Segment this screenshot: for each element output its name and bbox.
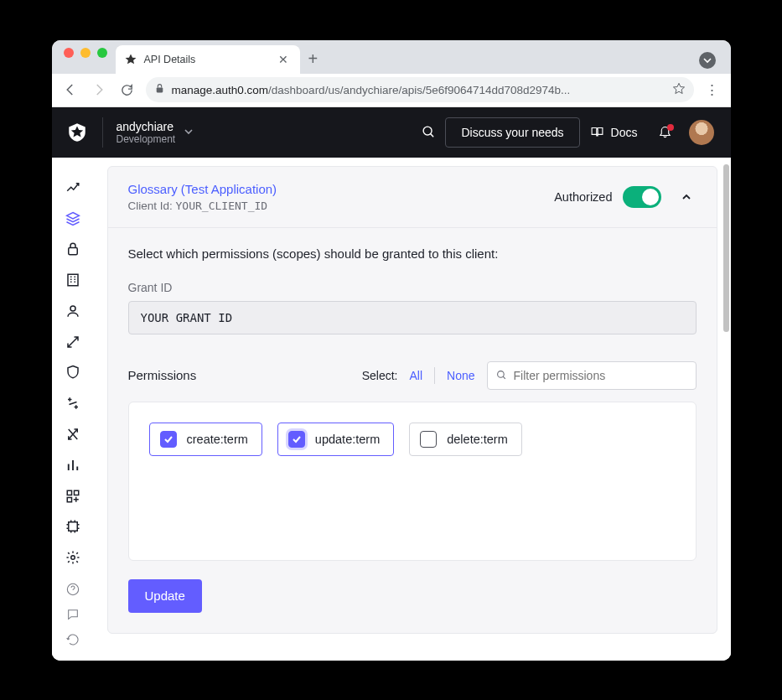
discuss-label: Discuss your needs [461,126,563,139]
app-body: Glossary (Test Application) Client Id: Y… [52,158,731,661]
sidebar-feedback[interactable] [52,603,94,626]
sidebar-activity[interactable] [52,174,94,202]
maximize-window-button[interactable] [97,48,107,58]
client-id-value: YOUR_CLIENT_ID [176,200,268,212]
sidebar [52,158,94,661]
permission-create-term[interactable]: create:term [149,423,262,456]
url-bar: manage.auth0.com/dashboard/us/andychiare… [52,74,731,107]
close-tab-button[interactable]: ✕ [275,51,292,68]
panel-body: Select which permissions (scopes) should… [108,228,717,633]
tabs-overflow-button[interactable] [699,52,716,69]
app-header: andychiare Development Discuss your need… [52,107,731,158]
application-link[interactable]: Glossary (Test Application) [128,182,277,196]
notifications-button[interactable] [648,124,682,141]
sidebar-pipeline[interactable] [52,421,94,449]
sidebar-settings[interactable] [52,544,94,572]
separator [434,367,435,384]
window-controls [59,48,116,66]
authorized-toggle[interactable] [623,186,661,208]
permission-label: create:term [187,433,248,446]
client-id-row: Client Id: YOUR_CLIENT_ID [128,200,277,212]
sidebar-users[interactable] [52,298,94,325]
svg-rect-3 [68,274,78,286]
tab-title: API Details [144,54,268,65]
sidebar-history[interactable] [52,628,94,651]
checkbox-icon[interactable] [160,431,177,448]
grant-id-label: Grant ID [128,281,697,294]
svg-rect-6 [74,490,78,495]
url-text: manage.auth0.com/dashboard/us/andychiare… [172,84,665,96]
svg-point-11 [497,371,504,378]
sidebar-auth[interactable] [52,236,94,263]
address-bar[interactable]: manage.auth0.com/dashboard/us/andychiare… [146,77,694,102]
book-icon [590,125,604,139]
tenant-env: Development [117,133,176,145]
search-icon [496,370,507,381]
docs-label: Docs [611,126,638,139]
chevron-down-icon [184,126,194,139]
sidebar-actions[interactable] [52,390,94,417]
checkbox-icon[interactable] [288,431,305,448]
svg-rect-2 [68,248,77,255]
bookmark-icon[interactable] [672,82,686,98]
sidebar-branding[interactable] [52,328,94,355]
sidebar-extensions[interactable] [52,513,94,541]
back-button[interactable] [60,80,80,100]
sidebar-security[interactable] [52,359,94,386]
permission-delete-term[interactable]: delete:term [409,423,522,456]
svg-point-9 [70,556,75,560]
permissions-row: Permissions Select: All None [128,361,697,390]
tab-bar: API Details ✕ + [52,40,731,74]
lead-text: Select which permissions (scopes) should… [128,246,697,261]
sidebar-monitoring[interactable] [52,451,94,479]
lock-icon [154,83,165,96]
sidebar-help[interactable] [52,578,94,601]
browser-tab[interactable]: API Details ✕ [116,45,300,74]
reload-button[interactable] [117,80,137,100]
tenant-name: andychiare [117,120,176,133]
svg-rect-8 [68,522,77,531]
svg-rect-5 [67,490,71,495]
new-tab-button[interactable]: + [300,49,327,74]
svg-point-1 [423,127,432,135]
minimize-window-button[interactable] [80,48,91,58]
client-id-label: Client Id: [128,200,173,212]
browser-menu-button[interactable]: ⋮ [702,81,722,99]
filter-permissions-input[interactable] [514,369,687,382]
svg-rect-7 [67,497,71,501]
select-all-link[interactable]: All [409,369,422,382]
browser-window: API Details ✕ + manage.auth0.com/dashboa… [52,40,731,661]
scrollbar[interactable] [723,164,729,332]
auth0-favicon-icon [124,53,137,66]
collapse-button[interactable] [676,187,697,207]
main-content: Glossary (Test Application) Client Id: Y… [94,158,731,661]
permissions-grid: create:termupdate:termdelete:term [128,402,697,561]
panel-header: Glossary (Test Application) Client Id: Y… [108,167,717,228]
permissions-title: Permissions [128,368,197,382]
checkbox-icon[interactable] [420,431,437,448]
authorized-label: Authorized [554,190,612,204]
grant-id-field[interactable] [128,301,697,334]
select-label: Select: [362,369,398,382]
discuss-button[interactable]: Discuss your needs [445,117,579,148]
update-label: Update [145,589,185,603]
user-avatar[interactable] [689,120,714,145]
notification-dot-icon [667,124,674,131]
filter-permissions-box[interactable] [487,361,697,390]
forward-button[interactable] [89,80,109,100]
close-window-button[interactable] [64,48,74,58]
svg-point-4 [70,306,75,311]
permission-label: delete:term [447,433,508,446]
svg-rect-0 [156,87,163,92]
sidebar-marketplace[interactable] [52,482,94,510]
update-button[interactable]: Update [128,579,202,613]
permission-update-term[interactable]: update:term [277,423,394,456]
tenant-selector[interactable]: andychiare Development [102,117,208,148]
sidebar-apis[interactable] [52,205,94,232]
docs-link[interactable]: Docs [580,125,648,139]
auth0-logo-icon[interactable] [52,122,102,143]
sidebar-orgs[interactable] [52,267,94,294]
client-panel: Glossary (Test Application) Client Id: Y… [107,166,717,634]
select-none-link[interactable]: None [447,369,474,382]
search-button[interactable] [412,125,445,139]
